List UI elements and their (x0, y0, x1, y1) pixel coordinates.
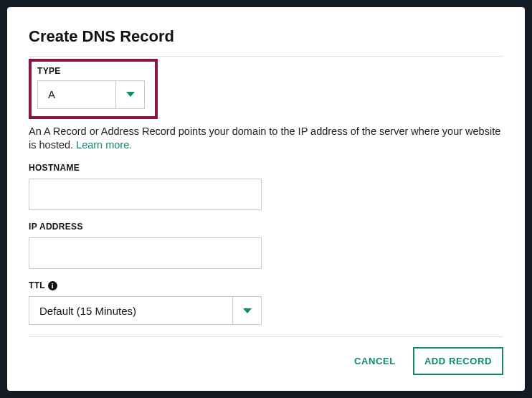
ttl-label-row: TTL i (29, 280, 503, 290)
modal-footer: CANCEL ADD RECORD (29, 336, 503, 375)
ip-field-group: IP ADDRESS (29, 222, 503, 269)
type-value: A (38, 81, 115, 108)
hostname-field-group: HOSTNAME (29, 163, 503, 210)
ttl-select[interactable]: Default (15 Minutes) (29, 296, 503, 325)
add-record-button[interactable]: ADD RECORD (413, 347, 503, 375)
caret-down-icon (115, 81, 144, 108)
ip-label: IP ADDRESS (29, 222, 503, 232)
type-helper-text: An A Record or Address Record points you… (29, 125, 503, 153)
type-label: TYPE (37, 66, 149, 76)
cancel-button[interactable]: CANCEL (351, 349, 399, 374)
caret-down-icon (232, 297, 261, 324)
modal-title: Create DNS Record (29, 27, 503, 46)
type-select[interactable]: A (37, 80, 149, 109)
type-field-highlight: TYPE A (29, 59, 158, 119)
ttl-field-group: TTL i Default (15 Minutes) (29, 280, 503, 325)
learn-more-link[interactable]: Learn more. (76, 139, 132, 151)
hostname-input[interactable] (29, 179, 262, 210)
ttl-label: TTL (29, 280, 45, 290)
create-dns-record-modal: Create DNS Record TYPE A An A Record or … (7, 7, 525, 391)
hostname-label: HOSTNAME (29, 163, 503, 173)
info-icon[interactable]: i (48, 281, 57, 290)
ttl-value: Default (15 Minutes) (29, 297, 232, 324)
divider (29, 336, 503, 337)
ip-input[interactable] (29, 237, 262, 269)
